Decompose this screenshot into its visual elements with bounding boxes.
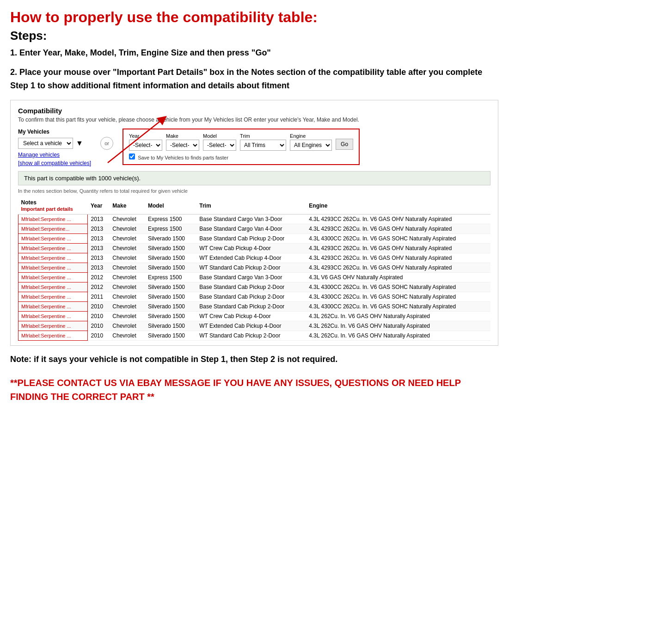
notes-cell: Mfrlabel:Serpentine ...	[18, 263, 88, 272]
save-row: Save to My Vehicles to finds parts faste…	[129, 153, 353, 160]
notes-cell: Mfrlabel:Serpentine ...	[18, 292, 88, 301]
col-header-make: Make	[110, 197, 145, 215]
table-row: Mfrlabel:Serpentine...2013ChevroletExpre…	[18, 224, 491, 233]
notes-cell: Mfrlabel:Serpentine ...	[18, 321, 88, 331]
data-cell: 2012	[88, 272, 110, 282]
year-make-section: Year -Select- Make -Select- Model -Selec…	[123, 129, 360, 165]
year-select[interactable]: -Select-	[129, 140, 162, 151]
data-cell: 2010	[88, 331, 110, 340]
year-label: Year	[129, 133, 162, 139]
trim-label: Trim	[240, 133, 286, 139]
data-cell: Chevrolet	[110, 301, 145, 311]
step-2-text: 2. Place your mouse over "Important Part…	[10, 66, 498, 92]
data-cell: Chevrolet	[110, 282, 145, 292]
data-cell: Base Standard Cargo Van 3-Door	[196, 214, 306, 224]
col-header-year: Year	[88, 197, 110, 215]
data-cell: 2012	[88, 282, 110, 292]
data-cell: Silverado 1500	[145, 292, 196, 301]
table-row: Mfrlabel:Serpentine ...2012ChevroletExpr…	[18, 272, 491, 282]
data-cell: Silverado 1500	[145, 243, 196, 253]
go-button[interactable]: Go	[336, 139, 353, 150]
compat-title: Compatibility	[18, 107, 490, 115]
data-cell: Chevrolet	[110, 331, 145, 340]
note-text: Note: if it says your vehicle is not com…	[10, 353, 498, 366]
data-cell: 4.3L V6 GAS OHV Naturally Aspirated	[306, 272, 490, 282]
engine-label: Engine	[290, 133, 332, 139]
data-cell: 4.3L 4293CC 262Cu. In. V6 GAS OHV Natura…	[306, 243, 490, 253]
save-checkbox[interactable]	[129, 153, 135, 159]
data-cell: Silverado 1500	[145, 233, 196, 243]
notes-cell: Mfrlabel:Serpentine ...	[18, 282, 88, 292]
data-cell: Silverado 1500	[145, 321, 196, 331]
table-row: Mfrlabel:Serpentine ...2010ChevroletSilv…	[18, 321, 491, 331]
notes-cell: Mfrlabel:Serpentine ...	[18, 301, 88, 311]
data-cell: 4.3L 4300CC 262Cu. In. V6 GAS SOHC Natur…	[306, 301, 490, 311]
contact-text: **PLEASE CONTACT US VIA EBAY MESSAGE IF …	[10, 376, 498, 404]
data-cell: Base Standard Cab Pickup 2-Door	[196, 282, 306, 292]
col-header-engine: Engine	[306, 197, 490, 215]
data-cell: Express 1500	[145, 214, 196, 224]
data-cell: 2013	[88, 214, 110, 224]
data-cell: WT Standard Cab Pickup 2-Door	[196, 331, 306, 340]
data-cell: 4.3L 4293CC 262Cu. In. V6 GAS OHV Natura…	[306, 224, 490, 233]
data-cell: 4.3L 4300CC 262Cu. In. V6 GAS SOHC Natur…	[306, 282, 490, 292]
compat-table: Notes Important part details Year Make M…	[18, 197, 490, 341]
make-field: Make -Select-	[166, 133, 199, 151]
select-vehicle-row: Select a vehicle ▼	[18, 138, 91, 149]
engine-select[interactable]: All Engines	[290, 140, 332, 151]
data-cell: 2013	[88, 233, 110, 243]
model-field: Model -Select-	[203, 133, 236, 151]
data-cell: 4.3L 4293CC 262Cu. In. V6 GAS OHV Natura…	[306, 214, 490, 224]
step-1-text: 1. Enter Year, Make, Model, Trim, Engine…	[10, 47, 498, 59]
model-label: Model	[203, 133, 236, 139]
or-circle: or	[100, 137, 113, 150]
notes-cell: Mfrlabel:Serpentine...	[18, 224, 88, 233]
data-cell: WT Crew Cab Pickup 4-Door	[196, 243, 306, 253]
data-cell: 4.3L 4300CC 262Cu. In. V6 GAS SOHC Natur…	[306, 233, 490, 243]
notes-cell: Mfrlabel:Serpentine ...	[18, 243, 88, 253]
notes-cell: Mfrlabel:Serpentine ...	[18, 253, 88, 263]
notes-sub-label: Important part details	[21, 206, 73, 212]
data-cell: Chevrolet	[110, 224, 145, 233]
data-cell: Silverado 1500	[145, 263, 196, 272]
compat-count-bar: This part is compatible with 1000 vehicl…	[18, 171, 490, 185]
steps-label: Steps:	[10, 29, 498, 43]
data-cell: 2011	[88, 292, 110, 301]
data-cell: 4.3L 262Cu. In. V6 GAS OHV Naturally Asp…	[306, 321, 490, 331]
show-all-link[interactable]: [show all compatible vehicles]	[18, 160, 91, 166]
data-cell: 2010	[88, 301, 110, 311]
trim-select[interactable]: All Trims	[240, 140, 286, 151]
table-row: Mfrlabel:Serpentine ...2013ChevroletExpr…	[18, 214, 491, 224]
data-cell: WT Standard Cab Pickup 2-Door	[196, 263, 306, 272]
data-cell: Chevrolet	[110, 263, 145, 272]
data-cell: Silverado 1500	[145, 301, 196, 311]
data-cell: Chevrolet	[110, 292, 145, 301]
data-cell: Chevrolet	[110, 272, 145, 282]
data-cell: Chevrolet	[110, 253, 145, 263]
model-select[interactable]: -Select-	[203, 140, 236, 151]
ym-row: Year -Select- Make -Select- Model -Selec…	[129, 133, 353, 151]
col-header-notes: Notes Important part details	[18, 197, 88, 215]
data-cell: Silverado 1500	[145, 253, 196, 263]
notes-cell: Mfrlabel:Serpentine ...	[18, 214, 88, 224]
my-vehicles-section: My Vehicles Select a vehicle ▼ Manage ve…	[18, 129, 91, 166]
make-select[interactable]: -Select-	[166, 140, 199, 151]
col-header-trim: Trim	[196, 197, 306, 215]
year-field: Year -Select-	[129, 133, 162, 151]
data-cell: 2010	[88, 311, 110, 321]
data-cell: 2013	[88, 224, 110, 233]
data-cell: Chevrolet	[110, 214, 145, 224]
engine-field: Engine All Engines	[290, 133, 332, 151]
manage-vehicles-link[interactable]: Manage vehicles	[18, 152, 91, 158]
table-row: Mfrlabel:Serpentine ...2013ChevroletSilv…	[18, 253, 491, 263]
data-cell: Base Standard Cargo Van 4-Door	[196, 224, 306, 233]
data-cell: WT Extended Cab Pickup 4-Door	[196, 253, 306, 263]
col-header-model: Model	[145, 197, 196, 215]
data-cell: Base Standard Cab Pickup 2-Door	[196, 233, 306, 243]
data-cell: 4.3L 262Cu. In. V6 GAS OHV Naturally Asp…	[306, 331, 490, 340]
data-cell: 4.3L 4293CC 262Cu. In. V6 GAS OHV Natura…	[306, 263, 490, 272]
trim-field: Trim All Trims	[240, 133, 286, 151]
select-vehicle-dropdown[interactable]: Select a vehicle	[18, 138, 73, 149]
notes-cell: Mfrlabel:Serpentine ...	[18, 233, 88, 243]
make-label: Make	[166, 133, 199, 139]
